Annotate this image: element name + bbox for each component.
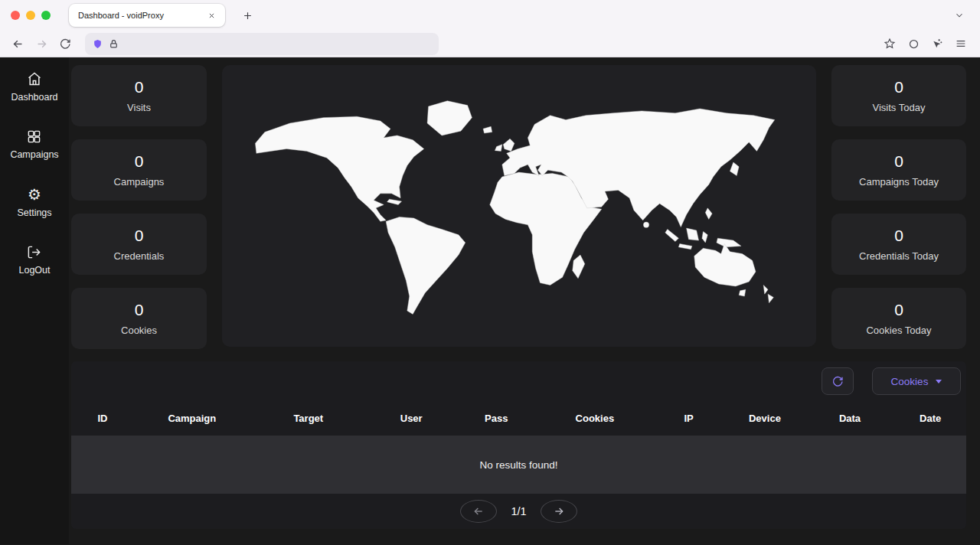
stat-value: 0 bbox=[894, 301, 903, 319]
world-map bbox=[240, 94, 798, 318]
stat-card-cookies: 0 Cookies bbox=[71, 288, 207, 349]
lock-icon[interactable] bbox=[109, 39, 119, 49]
tab-close-icon[interactable] bbox=[204, 8, 218, 22]
shield-icon[interactable] bbox=[93, 39, 103, 49]
home-icon bbox=[27, 71, 42, 86]
forward-icon[interactable] bbox=[31, 34, 51, 54]
close-window-button[interactable] bbox=[11, 11, 20, 20]
circle-icon[interactable] bbox=[903, 34, 923, 54]
stat-card-visits-today: 0 Visits Today bbox=[831, 65, 966, 126]
menu-icon[interactable] bbox=[951, 34, 971, 54]
results-toolbar: Cookies bbox=[71, 361, 966, 401]
world-map-panel bbox=[222, 65, 816, 347]
browser-toolbar bbox=[0, 31, 980, 57]
refresh-icon bbox=[831, 375, 844, 387]
stat-value: 0 bbox=[135, 227, 144, 245]
cookies-filter-label: Cookies bbox=[891, 376, 929, 387]
column-header-target: Target bbox=[250, 413, 367, 424]
sidebar-item-settings[interactable]: ⚙ Settings bbox=[17, 187, 51, 218]
chevron-down-icon[interactable] bbox=[949, 5, 969, 25]
column-header-pass: Pass bbox=[456, 413, 537, 424]
cookies-filter-dropdown[interactable]: Cookies bbox=[872, 367, 961, 395]
stat-card-campaigns-today: 0 Campaigns Today bbox=[831, 139, 966, 201]
column-header-data: Data bbox=[805, 413, 895, 424]
stat-value: 0 bbox=[894, 152, 903, 171]
stat-label: Campaigns Today bbox=[859, 176, 939, 188]
sidebar-item-label: Settings bbox=[17, 207, 51, 218]
column-header-cookies: Cookies bbox=[537, 413, 653, 424]
sidebar-item-dashboard[interactable]: Dashboard bbox=[11, 71, 57, 103]
pagination: 1/1 bbox=[71, 494, 966, 529]
refresh-button[interactable] bbox=[822, 367, 854, 395]
tab-bar: Dashboard - voidProxy bbox=[0, 0, 980, 31]
previous-page-button[interactable] bbox=[460, 500, 497, 523]
browser-chrome: Dashboard - voidProxy bbox=[0, 0, 980, 57]
stat-label: Credentials Today bbox=[859, 250, 939, 262]
stat-label: Visits bbox=[127, 102, 151, 113]
dashboard-page: Dashboard Campaigns ⚙ Settings LogOut 0 … bbox=[0, 57, 980, 544]
stats-and-map: 0 Visits 0 Campaigns 0 Credentials 0 Coo… bbox=[71, 65, 966, 349]
caret-down-icon bbox=[936, 380, 942, 383]
stat-label: Campaigns bbox=[114, 176, 165, 188]
stats-column-today: 0 Visits Today 0 Campaigns Today 0 Crede… bbox=[831, 65, 966, 349]
new-tab-button[interactable] bbox=[237, 5, 257, 25]
column-header-id: ID bbox=[71, 413, 134, 424]
column-header-campaign: Campaign bbox=[134, 413, 250, 424]
stat-value: 0 bbox=[135, 152, 144, 171]
reload-icon[interactable] bbox=[55, 34, 75, 54]
minimize-window-button[interactable] bbox=[26, 11, 35, 20]
stat-value: 0 bbox=[135, 78, 144, 96]
sidebar-item-label: Campaigns bbox=[10, 149, 58, 160]
sidebar-item-label: Dashboard bbox=[11, 92, 57, 103]
star-icon[interactable] bbox=[880, 34, 900, 54]
stat-value: 0 bbox=[135, 301, 144, 319]
zoom-window-button[interactable] bbox=[41, 11, 51, 20]
table-header-row: ID Campaign Target User Pass Cookies IP … bbox=[71, 401, 966, 436]
grid-icon bbox=[27, 129, 41, 144]
sidebar-item-logout[interactable]: LogOut bbox=[18, 245, 50, 276]
column-header-user: User bbox=[367, 413, 456, 424]
stat-card-visits: 0 Visits bbox=[71, 65, 207, 126]
column-header-date: Date bbox=[894, 413, 966, 424]
empty-results-message: No results found! bbox=[479, 459, 557, 471]
empty-results-row: No results found! bbox=[71, 436, 966, 494]
stat-value: 0 bbox=[894, 78, 903, 96]
arrow-right-icon bbox=[553, 505, 565, 517]
stat-value: 0 bbox=[894, 227, 903, 245]
tab-title: Dashboard - voidProxy bbox=[78, 11, 204, 20]
stat-label: Credentials bbox=[114, 250, 165, 262]
results-panel: Cookies ID Campaign Target User Pass Coo… bbox=[71, 361, 966, 529]
sidebar: Dashboard Campaigns ⚙ Settings LogOut bbox=[0, 57, 69, 544]
traffic-lights bbox=[11, 11, 51, 20]
next-page-button[interactable] bbox=[541, 500, 577, 523]
arrow-left-icon bbox=[472, 505, 485, 517]
stats-column-total: 0 Visits 0 Campaigns 0 Credentials 0 Coo… bbox=[71, 65, 207, 349]
sidebar-item-campaigns[interactable]: Campaigns bbox=[10, 129, 58, 160]
stat-card-campaigns: 0 Campaigns bbox=[71, 139, 207, 201]
column-header-device: Device bbox=[724, 413, 805, 424]
stat-card-credentials-today: 0 Credentials Today bbox=[831, 214, 966, 275]
stat-label: Cookies bbox=[121, 325, 157, 336]
column-header-ip: IP bbox=[653, 413, 725, 424]
dashboard-main: 0 Visits 0 Campaigns 0 Credentials 0 Coo… bbox=[69, 57, 980, 544]
sidebar-item-label: LogOut bbox=[18, 265, 50, 276]
address-bar[interactable] bbox=[85, 33, 439, 55]
stat-label: Visits Today bbox=[873, 102, 926, 113]
browser-tab[interactable]: Dashboard - voidProxy bbox=[69, 4, 225, 27]
stat-card-credentials: 0 Credentials bbox=[71, 214, 207, 275]
gear-icon: ⚙ bbox=[28, 187, 41, 202]
back-icon[interactable] bbox=[8, 34, 28, 54]
stat-card-cookies-today: 0 Cookies Today bbox=[831, 288, 966, 349]
logout-icon bbox=[27, 245, 41, 259]
sparkle-pointer-icon[interactable] bbox=[927, 34, 947, 54]
page-indicator: 1/1 bbox=[511, 505, 526, 517]
stat-label: Cookies Today bbox=[866, 325, 931, 336]
